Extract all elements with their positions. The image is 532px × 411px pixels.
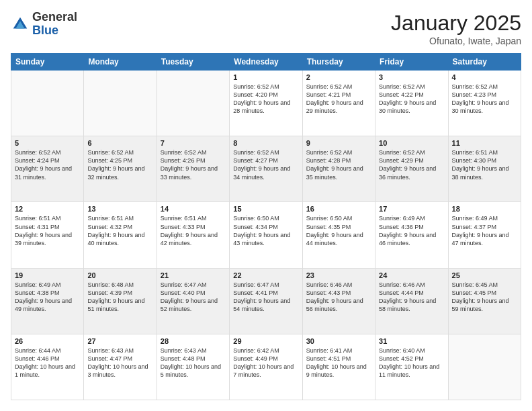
header-tuesday: Tuesday xyxy=(157,54,229,71)
day-detail: Sunrise: 6:52 AM Sunset: 4:20 PM Dayligh… xyxy=(233,83,298,116)
day-number: 9 xyxy=(306,139,371,147)
day-detail: Sunrise: 6:52 AM Sunset: 4:27 PM Dayligh… xyxy=(233,148,298,181)
day-detail: Sunrise: 6:47 AM Sunset: 4:40 PM Dayligh… xyxy=(161,281,226,314)
day-number: 8 xyxy=(233,139,298,147)
logo-general: General xyxy=(32,11,77,24)
day-detail: Sunrise: 6:40 AM Sunset: 4:52 PM Dayligh… xyxy=(379,347,444,379)
day-detail: Sunrise: 6:52 AM Sunset: 4:23 PM Dayligh… xyxy=(452,83,517,116)
calendar-cell: 24Sunrise: 6:46 AM Sunset: 4:44 PM Dayli… xyxy=(375,268,448,334)
calendar-cell: 13Sunrise: 6:51 AM Sunset: 4:32 PM Dayli… xyxy=(84,202,157,268)
day-detail: Sunrise: 6:49 AM Sunset: 4:37 PM Dayligh… xyxy=(452,214,517,247)
calendar-cell: 14Sunrise: 6:51 AM Sunset: 4:33 PM Dayli… xyxy=(157,202,229,268)
calendar-cell: 29Sunrise: 6:42 AM Sunset: 4:49 PM Dayli… xyxy=(230,334,302,400)
header-wednesday: Wednesday xyxy=(230,54,302,71)
day-detail: Sunrise: 6:52 AM Sunset: 4:24 PM Dayligh… xyxy=(15,148,80,181)
location: Ofunato, Iwate, Japan xyxy=(391,36,521,46)
day-detail: Sunrise: 6:47 AM Sunset: 4:41 PM Dayligh… xyxy=(233,281,298,314)
day-detail: Sunrise: 6:44 AM Sunset: 4:46 PM Dayligh… xyxy=(15,347,80,379)
calendar-cell: 3Sunrise: 6:52 AM Sunset: 4:22 PM Daylig… xyxy=(375,71,448,136)
calendar-cell: 16Sunrise: 6:50 AM Sunset: 4:35 PM Dayli… xyxy=(302,202,375,268)
calendar-cell: 26Sunrise: 6:44 AM Sunset: 4:46 PM Dayli… xyxy=(11,334,84,400)
logo: General Blue xyxy=(11,11,77,38)
day-detail: Sunrise: 6:43 AM Sunset: 4:48 PM Dayligh… xyxy=(161,347,226,379)
day-number: 3 xyxy=(379,73,444,81)
calendar-cell: 15Sunrise: 6:50 AM Sunset: 4:34 PM Dayli… xyxy=(230,202,302,268)
header-monday: Monday xyxy=(84,54,157,71)
day-number: 30 xyxy=(306,337,371,345)
day-detail: Sunrise: 6:41 AM Sunset: 4:51 PM Dayligh… xyxy=(306,347,371,379)
calendar-cell: 31Sunrise: 6:40 AM Sunset: 4:52 PM Dayli… xyxy=(375,334,448,400)
day-detail: Sunrise: 6:43 AM Sunset: 4:47 PM Dayligh… xyxy=(87,347,152,379)
day-number: 26 xyxy=(15,337,80,345)
day-detail: Sunrise: 6:52 AM Sunset: 4:29 PM Dayligh… xyxy=(379,148,444,181)
weekday-header-row: Sunday Monday Tuesday Wednesday Thursday… xyxy=(11,54,521,71)
day-number: 28 xyxy=(161,337,226,345)
calendar-cell: 2Sunrise: 6:52 AM Sunset: 4:21 PM Daylig… xyxy=(302,71,375,136)
calendar-cell: 28Sunrise: 6:43 AM Sunset: 4:48 PM Dayli… xyxy=(157,334,229,400)
header-thursday: Thursday xyxy=(302,54,375,71)
calendar-cell: 5Sunrise: 6:52 AM Sunset: 4:24 PM Daylig… xyxy=(11,136,84,202)
day-number: 31 xyxy=(379,337,444,345)
day-number: 11 xyxy=(452,139,517,147)
day-number: 1 xyxy=(233,73,298,81)
calendar-cell xyxy=(11,71,84,136)
calendar-cell: 12Sunrise: 6:51 AM Sunset: 4:31 PM Dayli… xyxy=(11,202,84,268)
day-detail: Sunrise: 6:46 AM Sunset: 4:43 PM Dayligh… xyxy=(306,281,371,314)
calendar-cell: 23Sunrise: 6:46 AM Sunset: 4:43 PM Dayli… xyxy=(302,268,375,334)
day-detail: Sunrise: 6:49 AM Sunset: 4:38 PM Dayligh… xyxy=(15,281,80,314)
day-number: 21 xyxy=(161,271,226,279)
day-number: 20 xyxy=(87,271,152,279)
calendar-cell: 25Sunrise: 6:45 AM Sunset: 4:45 PM Dayli… xyxy=(448,268,521,334)
day-number: 4 xyxy=(452,73,517,81)
calendar-cell: 4Sunrise: 6:52 AM Sunset: 4:23 PM Daylig… xyxy=(448,71,521,136)
day-detail: Sunrise: 6:52 AM Sunset: 4:21 PM Dayligh… xyxy=(306,83,371,116)
calendar-cell: 27Sunrise: 6:43 AM Sunset: 4:47 PM Dayli… xyxy=(84,334,157,400)
day-detail: Sunrise: 6:51 AM Sunset: 4:30 PM Dayligh… xyxy=(452,148,517,181)
calendar-cell: 9Sunrise: 6:52 AM Sunset: 4:28 PM Daylig… xyxy=(302,136,375,202)
calendar-cell: 19Sunrise: 6:49 AM Sunset: 4:38 PM Dayli… xyxy=(11,268,84,334)
day-number: 13 xyxy=(87,205,152,213)
day-number: 5 xyxy=(15,139,80,147)
day-number: 23 xyxy=(306,271,371,279)
day-number: 10 xyxy=(379,139,444,147)
day-number: 7 xyxy=(161,139,226,147)
header: General Blue January 2025 Ofunato, Iwate… xyxy=(11,11,521,46)
day-number: 27 xyxy=(87,337,152,345)
day-number: 19 xyxy=(15,271,80,279)
day-detail: Sunrise: 6:50 AM Sunset: 4:35 PM Dayligh… xyxy=(306,214,371,247)
calendar-week-row: 5Sunrise: 6:52 AM Sunset: 4:24 PM Daylig… xyxy=(11,136,521,202)
day-detail: Sunrise: 6:50 AM Sunset: 4:34 PM Dayligh… xyxy=(233,214,298,247)
calendar-cell xyxy=(84,71,157,136)
day-detail: Sunrise: 6:52 AM Sunset: 4:26 PM Dayligh… xyxy=(161,148,226,181)
title-section: January 2025 Ofunato, Iwate, Japan xyxy=(391,11,521,46)
day-number: 2 xyxy=(306,73,371,81)
day-detail: Sunrise: 6:51 AM Sunset: 4:33 PM Dayligh… xyxy=(161,214,226,247)
calendar-cell: 20Sunrise: 6:48 AM Sunset: 4:39 PM Dayli… xyxy=(84,268,157,334)
calendar-cell: 11Sunrise: 6:51 AM Sunset: 4:30 PM Dayli… xyxy=(448,136,521,202)
calendar-cell xyxy=(448,334,521,400)
calendar-table: Sunday Monday Tuesday Wednesday Thursday… xyxy=(11,53,521,400)
day-detail: Sunrise: 6:48 AM Sunset: 4:39 PM Dayligh… xyxy=(87,281,152,314)
day-number: 25 xyxy=(452,271,517,279)
day-number: 29 xyxy=(233,337,298,345)
day-detail: Sunrise: 6:52 AM Sunset: 4:22 PM Dayligh… xyxy=(379,83,444,116)
day-number: 6 xyxy=(87,139,152,147)
logo-text: General Blue xyxy=(32,11,77,38)
day-number: 24 xyxy=(379,271,444,279)
calendar-cell: 30Sunrise: 6:41 AM Sunset: 4:51 PM Dayli… xyxy=(302,334,375,400)
day-detail: Sunrise: 6:42 AM Sunset: 4:49 PM Dayligh… xyxy=(233,347,298,379)
calendar-cell: 17Sunrise: 6:49 AM Sunset: 4:36 PM Dayli… xyxy=(375,202,448,268)
day-detail: Sunrise: 6:51 AM Sunset: 4:31 PM Dayligh… xyxy=(15,214,80,247)
day-detail: Sunrise: 6:45 AM Sunset: 4:45 PM Dayligh… xyxy=(452,281,517,314)
month-title: January 2025 xyxy=(391,11,521,36)
day-number: 18 xyxy=(452,205,517,213)
logo-icon xyxy=(11,15,30,34)
calendar-cell: 10Sunrise: 6:52 AM Sunset: 4:29 PM Dayli… xyxy=(375,136,448,202)
header-sunday: Sunday xyxy=(11,54,84,71)
calendar-cell xyxy=(157,71,229,136)
day-number: 12 xyxy=(15,205,80,213)
calendar-week-row: 26Sunrise: 6:44 AM Sunset: 4:46 PM Dayli… xyxy=(11,334,521,400)
logo-blue: Blue xyxy=(32,24,77,38)
header-saturday: Saturday xyxy=(448,54,521,71)
header-friday: Friday xyxy=(375,54,448,71)
